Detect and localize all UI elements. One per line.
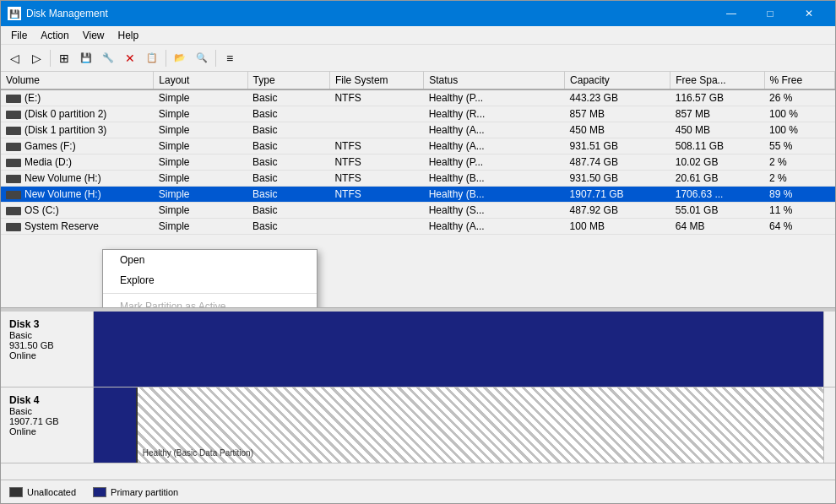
cell-status: Healthy (B... xyxy=(424,187,565,203)
cell-filesystem xyxy=(329,106,423,122)
settings-button[interactable]: 🔧 xyxy=(98,48,118,68)
disk-4-partition-2[interactable]: Healthy (Basic Data Partition) xyxy=(138,387,823,463)
cell-layout: Simple xyxy=(154,122,247,138)
disk-4-partition-1[interactable] xyxy=(94,387,138,463)
legend-unallocated: Unallocated xyxy=(9,487,76,497)
toolbar-separator-3 xyxy=(215,50,216,67)
cell-filesystem: NTFS xyxy=(329,138,423,154)
maximize-button[interactable]: □ xyxy=(751,1,790,26)
search-button[interactable]: 🔍 xyxy=(192,48,212,68)
cell-type: Basic xyxy=(247,154,329,171)
table-row[interactable]: New Volume (H:)SimpleBasicNTFSHealthy (B… xyxy=(1,171,835,187)
table-row[interactable]: System ReserveSimpleBasicHealthy (A...10… xyxy=(1,219,835,235)
cell-filesystem xyxy=(329,219,423,235)
drive-icon xyxy=(6,127,21,135)
cell-status: Healthy (P... xyxy=(424,89,565,106)
toolbar-separator-1 xyxy=(50,50,51,67)
cell-free: 857 MB xyxy=(670,106,764,122)
volume-table-area[interactable]: Volume Layout Type File System Status Ca… xyxy=(1,72,835,308)
disk-4-label: Disk 4 Basic 1907.71 GB Online xyxy=(1,387,94,463)
menu-action[interactable]: Action xyxy=(34,28,75,43)
cell-pct: 2 % xyxy=(764,171,835,187)
cell-status: Healthy (A... xyxy=(424,219,565,235)
cell-filesystem: NTFS xyxy=(329,89,423,106)
cell-capacity: 931.50 GB xyxy=(565,171,670,187)
context-menu-item[interactable]: Explore xyxy=(103,270,317,290)
col-status: Status xyxy=(424,72,565,89)
toolbar: ◁ ▷ ⊞ 💾 🔧 ✕ 📋 📂 🔍 ≡ xyxy=(1,45,835,72)
back-button[interactable]: ◁ xyxy=(4,48,24,68)
menu-view[interactable]: View xyxy=(76,28,111,43)
cell-pct: 11 % xyxy=(764,203,835,219)
cell-volume: New Volume (H:) xyxy=(1,171,154,187)
col-pct-free: % Free xyxy=(764,72,835,89)
disk-panel[interactable]: Disk 3 Basic 931.50 GB Online Disk 4 Bas… xyxy=(1,312,835,480)
save-button[interactable]: 💾 xyxy=(76,48,96,68)
disk-3-partition-1[interactable] xyxy=(94,312,823,387)
disk-3-label: Disk 3 Basic 931.50 GB Online xyxy=(1,312,94,387)
cell-status: Healthy (P... xyxy=(424,154,565,171)
cell-filesystem: NTFS xyxy=(329,187,423,203)
open-folder-button[interactable]: 📂 xyxy=(170,48,190,68)
cell-free: 116.57 GB xyxy=(670,89,764,106)
close-button[interactable]: ✕ xyxy=(790,1,828,26)
cell-type: Basic xyxy=(247,122,329,138)
volume-table: Volume Layout Type File System Status Ca… xyxy=(1,72,835,235)
table-row[interactable]: (Disk 1 partition 3)SimpleBasicHealthy (… xyxy=(1,122,835,138)
table-row[interactable]: (E:)SimpleBasicNTFSHealthy (P...443.23 G… xyxy=(1,89,835,106)
cell-status: Healthy (R... xyxy=(424,106,565,122)
menu-bar: File Action View Help xyxy=(1,26,835,45)
cell-free: 55.01 GB xyxy=(670,203,764,219)
copy-button[interactable]: 📋 xyxy=(142,48,162,68)
disk-4-partitions: Healthy (Basic Data Partition) xyxy=(94,387,823,463)
delete-button[interactable]: ✕ xyxy=(120,48,140,68)
table-row[interactable]: Media (D:)SimpleBasicNTFSHealthy (P...48… xyxy=(1,154,835,171)
cell-free: 64 MB xyxy=(670,219,764,235)
cell-pct: 64 % xyxy=(764,219,835,235)
disk-4-size: 1907.71 GB xyxy=(9,416,84,426)
disk-4-status: Online xyxy=(9,426,84,436)
legend-primary: Primary partition xyxy=(93,487,178,497)
col-filesystem: File System xyxy=(329,72,423,89)
title-bar: 💾 Disk Management — □ ✕ xyxy=(1,1,835,26)
legend-primary-label: Primary partition xyxy=(111,487,178,497)
cell-capacity: 443.23 GB xyxy=(565,89,670,106)
list-view-button[interactable]: ≡ xyxy=(220,48,240,68)
cell-layout: Simple xyxy=(154,106,247,122)
disk-4-scrollbar-area xyxy=(823,387,835,463)
properties-button[interactable]: ⊞ xyxy=(54,48,74,68)
disk-3-scrollbar-area xyxy=(823,312,835,387)
cell-pct: 55 % xyxy=(764,138,835,154)
cell-capacity: 100 MB xyxy=(565,219,670,235)
drive-icon xyxy=(6,95,21,103)
main-content: Volume Layout Type File System Status Ca… xyxy=(1,72,835,503)
cell-capacity: 857 MB xyxy=(565,106,670,122)
cell-volume: Media (D:) xyxy=(1,154,154,171)
drive-icon xyxy=(6,159,21,167)
table-row[interactable]: OS (C:)SimpleBasicHealthy (S...487.92 GB… xyxy=(1,203,835,219)
table-row[interactable]: (Disk 0 partition 2)SimpleBasicHealthy (… xyxy=(1,106,835,122)
cell-layout: Simple xyxy=(154,89,247,106)
context-menu-item[interactable]: Open xyxy=(103,250,317,270)
menu-help[interactable]: Help xyxy=(111,28,146,43)
cell-type: Basic xyxy=(247,187,329,203)
col-layout: Layout xyxy=(154,72,247,89)
window-controls: — □ ✕ xyxy=(712,1,828,26)
drive-icon xyxy=(6,175,21,183)
cell-filesystem: NTFS xyxy=(329,171,423,187)
table-row[interactable]: Games (F:)SimpleBasicNTFSHealthy (A...93… xyxy=(1,138,835,154)
drive-icon xyxy=(6,111,21,119)
drive-icon xyxy=(6,223,21,231)
table-row[interactable]: New Volume (H:)SimpleBasicNTFSHealthy (B… xyxy=(1,187,835,203)
forward-button[interactable]: ▷ xyxy=(26,48,46,68)
cell-capacity: 487.74 GB xyxy=(565,154,670,171)
cell-pct: 100 % xyxy=(764,106,835,122)
cell-type: Basic xyxy=(247,203,329,219)
cell-volume: New Volume (H:) xyxy=(1,187,154,203)
toolbar-separator-2 xyxy=(166,50,166,67)
minimize-button[interactable]: — xyxy=(712,1,751,26)
cell-capacity: 450 MB xyxy=(565,122,670,138)
cell-volume: (E:) xyxy=(1,89,154,106)
menu-file[interactable]: File xyxy=(4,28,34,43)
cell-capacity: 487.92 GB xyxy=(565,203,670,219)
